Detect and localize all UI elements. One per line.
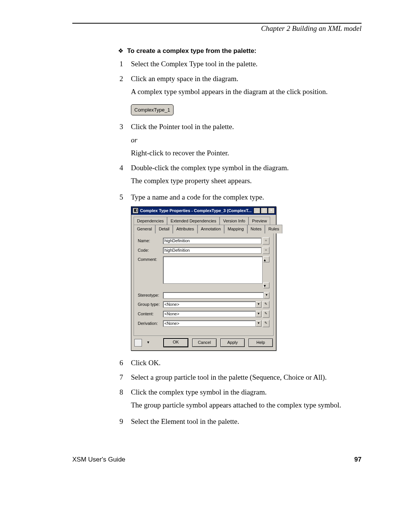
cancel-button[interactable]: Cancel [192,339,217,347]
step-text: Type a name and a code for the complex t… [131,192,360,203]
name-side-button[interactable]: = [263,237,269,244]
code-input[interactable] [163,247,261,254]
menu-arrow-icon[interactable]: ▼ [147,340,150,345]
step-text: Select the Complex Type tool in the pale… [131,59,360,70]
complex-type-symbol: ComplexType_1 [131,104,174,116]
step-text: Click the Pointer tool in the palette. [131,121,360,133]
derivation-edit-button[interactable]: ✎ [263,320,269,327]
dialog-icon: ◧ [132,208,139,214]
step-or: or [131,135,360,146]
stereotype-label: Stereotype: [138,292,163,299]
group-edit-button[interactable]: ✎ [263,301,269,308]
minimize-button[interactable]: _ [253,208,260,214]
page-number: 97 [354,456,362,463]
step-followup: Right-click to recover the Pointer. [131,148,360,159]
ok-button[interactable]: OK [163,338,188,347]
step-number: 8 [119,387,131,415]
help-button[interactable]: Help [249,339,273,347]
tab-preview[interactable]: Preview [249,217,270,225]
derivation-label: Derivation: [138,320,163,327]
dropdown-arrow-icon[interactable]: ▼ [256,320,261,327]
stereotype-select[interactable] [163,292,264,299]
step-number: 2 [119,73,131,120]
content-edit-button[interactable]: ✎ [263,310,269,318]
dialog-title: Complex Type Properties - ComplexType_3 … [140,208,253,214]
scroll-down-icon[interactable]: ▾ [263,282,269,288]
complex-type-properties-dialog: ◧ Complex Type Properties - ComplexType_… [131,206,276,351]
step-followup: The group particle symbol appears attach… [131,400,360,411]
property-sheet-icon[interactable] [134,339,142,347]
tab-rules[interactable]: Rules [265,225,282,233]
section-bullet-icon: ❖ [118,47,123,54]
step-text: Click OK. [131,358,360,369]
close-button[interactable]: × [268,208,275,214]
step-number: 3 [119,121,131,161]
step-number: 9 [119,416,131,430]
section-heading: To create a complex type from the palett… [127,47,256,55]
chapter-header: Chapter 2 Building an XML model [72,23,362,33]
code-side-button[interactable]: = [263,247,269,254]
step-text: Click the complex type symbol in the dia… [131,387,360,398]
tab-version-info[interactable]: Version Info [220,217,249,225]
step-text: Select the Element tool in the palette. [131,416,360,427]
step-number: 1 [119,59,131,72]
footer-guide: XSM User's Guide [72,456,125,463]
tab-attributes[interactable]: Attributes [173,225,197,233]
dropdown-arrow-icon[interactable]: ▼ [264,292,269,299]
tab-notes[interactable]: Notes [247,225,265,233]
content-label: Content: [138,311,163,317]
name-label: Name: [138,238,163,244]
tab-detail[interactable]: Detail [155,225,173,233]
step-text: Double-click the complex type symbol in … [131,163,360,174]
step-followup: The complex type property sheet appears. [131,176,360,187]
derivation-select[interactable]: <None> [163,320,256,327]
tab-extended-dependencies[interactable]: Extended Dependencies [167,217,220,225]
tab-mapping[interactable]: Mapping [224,225,247,233]
step-number: 7 [119,372,131,385]
comment-textarea[interactable] [163,256,263,284]
step-followup: A complex type symbol appears in the dia… [131,86,360,97]
group-type-label: Group type: [138,301,163,308]
tab-dependencies[interactable]: Dependencies [134,217,167,225]
step-number: 6 [119,358,131,371]
content-select[interactable]: <None> [163,311,256,317]
comment-label: Comment: [138,256,163,263]
dropdown-arrow-icon[interactable]: ▼ [256,311,261,317]
dialog-titlebar[interactable]: ◧ Complex Type Properties - ComplexType_… [131,207,276,215]
step-number: 5 [119,192,131,356]
name-input[interactable] [163,238,261,244]
dropdown-arrow-icon[interactable]: ▼ [256,301,261,308]
maximize-button[interactable]: □ [261,208,268,214]
scroll-up-icon[interactable]: ▴ [263,256,269,262]
code-label: Code: [138,247,163,254]
step-number: 4 [119,163,131,190]
step-text: Click an empty space in the diagram. [131,73,360,85]
group-type-select[interactable]: <None> [163,301,256,308]
tab-general[interactable]: General [134,225,155,233]
step-text: Select a group particle tool in the pale… [131,372,360,383]
tab-annotation[interactable]: Annotation [198,225,225,233]
apply-button[interactable]: Apply [220,339,245,347]
